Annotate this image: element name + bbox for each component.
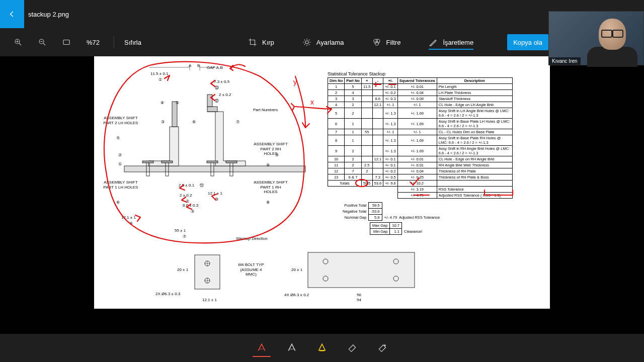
dim-7: 55 ± 1 — [175, 228, 186, 233]
copy-button[interactable]: Kopya ola — [507, 34, 548, 50]
adjust-button[interactable]: Ayarlama — [302, 38, 344, 47]
table-title: Statistical Tolerance Stackup — [328, 71, 385, 76]
table-row: 10212.1+/- 0.1+/- 0.01CL Hole - Edge on … — [328, 156, 513, 162]
assy4n: ⑧ — [266, 200, 270, 205]
table-row: 52+/- 1.3+/- 1.69Assy Shift in LH Angle … — [328, 108, 513, 119]
filter-button[interactable]: Filtre — [372, 38, 401, 47]
table-row: 61+/- 1.3+/- 1.69Assy Shift in Base Plat… — [328, 119, 513, 129]
divider — [114, 36, 114, 48]
table-row: 7155+/- 1+/- 1CL - CL Holes Dim on Base … — [328, 129, 513, 135]
annotation-toolbar — [0, 334, 644, 362]
svg-rect-16 — [207, 161, 218, 163]
dim-1: 11.5 ± 0.1 — [150, 71, 169, 76]
dim-3: 8.6 ± 0.3 — [183, 203, 198, 208]
zoom-out-icon — [38, 38, 47, 47]
eraser-button[interactable] — [343, 339, 361, 357]
arrow-left-icon — [8, 10, 16, 18]
svg-rect-19 — [195, 255, 220, 289]
svg-point-3 — [305, 41, 308, 44]
p7: ⑦ — [236, 120, 239, 125]
p3: ③ — [161, 120, 165, 125]
bolt-note: M4 BOLT TYP (ASSUME 4 MMC) — [236, 262, 266, 277]
svg-point-6 — [375, 42, 379, 46]
label-B: B — [197, 63, 200, 68]
dim-20: 20 ± 1 — [177, 267, 188, 273]
zoom-in-button[interactable] — [10, 34, 26, 50]
dim-3n: ③ — [191, 209, 194, 214]
part-numbers: Part Numbers — [253, 108, 278, 113]
table-row: 1122.5+/- 0.1+/- 0.01RH Angle Brkt Web T… — [328, 162, 513, 168]
assy1: ASSEMBLY SHIFT PART 2 LH HOLES — [103, 116, 138, 125]
stackup-direction: Stackup Direction — [236, 236, 268, 241]
dim-11: 2.5 ± 0.1 — [179, 183, 194, 188]
dim-4: 12.1 ± 1 — [121, 215, 136, 220]
svg-rect-22 — [308, 252, 415, 288]
fit-icon — [62, 38, 71, 47]
p1: ① — [118, 162, 122, 167]
reset-button[interactable]: Sıfırla — [124, 39, 141, 46]
table-row: 24+/- 0.2+/- 0.04LH Plate Thickness — [328, 90, 513, 96]
canvas-area[interactable]: A B GAP A-B 11.5 ± 0.1 ① 7.3 ± 0.5 ⑬ 2 ±… — [0, 56, 644, 334]
p2l: ② — [118, 153, 122, 158]
assy3: ASSEMBLY SHIFT PART 2 RH HOLES — [253, 142, 288, 156]
svg-rect-7 — [124, 166, 305, 172]
svg-rect-30 — [319, 350, 325, 351]
table-header-row: Dim NoPart No +- +/-Squared Tolerances D… — [328, 78, 513, 84]
dim-4n: ④ — [129, 221, 133, 226]
pen-white-button[interactable] — [283, 339, 301, 357]
fit-button[interactable] — [58, 34, 74, 50]
assy3n: ⑨ — [266, 163, 270, 168]
crop-icon — [248, 38, 257, 47]
gap-table: Max Gap10.7 Min Gap1.1Clearance! — [370, 222, 425, 235]
table-row: 1272+/- 0.2+/- 0.04Thickness of RH Plate — [328, 168, 513, 174]
table-row: 81+/- 1.3+/- 1.69Assy Shift in Base Plat… — [328, 135, 513, 146]
dim-54: 54 — [357, 298, 361, 303]
crop-button[interactable]: Kırp — [248, 38, 274, 47]
webcam-name: Kıvanc Iren — [549, 57, 581, 65]
dim-12-num: ⑫ — [215, 99, 219, 104]
dim-holes2: 2X Ø6.3 ± 0.3 — [155, 292, 180, 297]
dim-20b: 20 ± 1 — [291, 267, 302, 273]
sparkle-icon — [377, 342, 387, 352]
back-button[interactable] — [0, 0, 24, 28]
webcam-overlay: Kıvanc Iren — [548, 11, 644, 65]
pen-icon — [257, 342, 267, 352]
zoom-out-button[interactable] — [34, 34, 50, 50]
dim-121: 12.1 ± 1 — [202, 298, 217, 303]
gap-label: GAP A-B — [207, 65, 223, 70]
svg-rect-14 — [162, 161, 173, 163]
title-bar: stackup 2.png — [0, 0, 644, 28]
stackup-table: Dim NoPart No +- +/-Squared Tolerances D… — [328, 77, 513, 199]
dim-12: 2 ± 0.2 — [219, 93, 231, 98]
adj-rss-row: +/- 4.79Adjusted RSS Tolerance ( RSS * 1… — [328, 193, 513, 199]
dim-13-num: ⑬ — [215, 85, 219, 90]
markup-button[interactable]: İşaretleme — [429, 38, 473, 50]
table-row: 4212.1+/- 1+/- 1CL Hole - Edge on LH Ang… — [328, 102, 513, 108]
filter-icon — [372, 38, 381, 47]
table-row: 338.6+/- 0.3+/- 0.09Standoff Thickness — [328, 96, 513, 102]
assy4: ASSEMBLY SHIFT PART 1 RH HOLES — [253, 180, 288, 195]
eraser-icon — [347, 342, 357, 352]
dim-10: 12.1 ± 1 — [208, 191, 222, 196]
rss-row: +/- 3.19RSS Tolerance — [328, 187, 513, 193]
zoom-level: %72 — [87, 39, 100, 46]
highlighter-button[interactable] — [313, 339, 331, 357]
drawing-document: A B GAP A-B 11.5 ± 0.1 ① 7.3 ± 0.5 ⑬ 2 ±… — [94, 56, 550, 309]
highlighter-icon — [317, 342, 327, 352]
dim-2: 2 ± 0.2 — [180, 193, 192, 198]
svg-rect-10 — [207, 95, 212, 107]
label-A: A — [189, 63, 191, 68]
dim-56: 56 — [357, 293, 361, 298]
zoom-in-icon — [14, 38, 23, 47]
p6: ⑥ — [192, 120, 196, 125]
markup-icon — [429, 38, 438, 47]
top-toolbar: %72 Sıfırla Kırp Ayarlama Filtre İşaretl… — [0, 28, 644, 56]
dim-1-num: ① — [158, 77, 162, 82]
sparkle-eraser-button[interactable] — [373, 339, 391, 357]
assy1n: ⑤ — [116, 136, 120, 141]
dim-holes4: 4X Ø6.3 ± 0.2 — [284, 293, 309, 298]
assy2n: ⑥ — [116, 200, 120, 205]
dim-11n: ⑪ — [200, 183, 204, 188]
svg-rect-12 — [142, 161, 153, 163]
pen-red-button[interactable] — [253, 339, 271, 357]
